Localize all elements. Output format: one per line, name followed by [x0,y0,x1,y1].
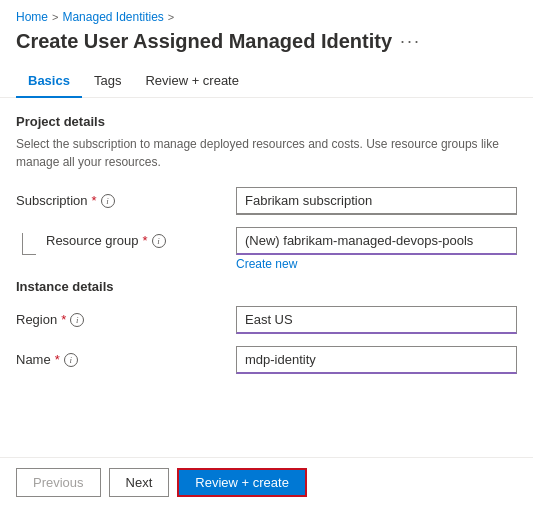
instance-details-section: Instance details [16,279,517,294]
rg-required: * [143,233,148,248]
resource-group-input[interactable] [236,227,517,255]
name-input[interactable] [236,346,517,374]
previous-button[interactable]: Previous [16,468,101,497]
subscription-row: Subscription * i [16,187,517,215]
name-input-wrap [236,346,517,374]
name-required: * [55,352,60,367]
region-input-wrap [236,306,517,334]
subscription-required: * [92,193,97,208]
create-new-link[interactable]: Create new [236,257,297,271]
rg-connector-line [22,233,36,255]
instance-details-title: Instance details [16,279,517,294]
rg-info-icon[interactable]: i [152,234,166,248]
breadcrumb-sep1: > [52,11,58,23]
main-content: Project details Select the subscription … [0,98,533,374]
breadcrumb-managed-identities[interactable]: Managed Identities [62,10,163,24]
project-details-title: Project details [16,114,517,129]
project-details-description: Select the subscription to manage deploy… [16,135,517,171]
next-button[interactable]: Next [109,468,170,497]
region-input[interactable] [236,306,517,334]
region-required: * [61,312,66,327]
rg-connector [16,227,46,255]
tab-tags[interactable]: Tags [82,65,133,98]
tabs-bar: Basics Tags Review + create [0,65,533,98]
resource-group-label: Resource group * i [46,227,266,248]
page-title-row: Create User Assigned Managed Identity ··… [0,28,533,65]
rg-label-wrap: Resource group * i [46,227,236,248]
subscription-label: Subscription * i [16,187,236,208]
region-row: Region * i [16,306,517,334]
name-row: Name * i [16,346,517,374]
tab-basics[interactable]: Basics [16,65,82,98]
review-create-button[interactable]: Review + create [177,468,307,497]
rg-input-wrap: Create new [236,227,517,271]
name-info-icon[interactable]: i [64,353,78,367]
page-title: Create User Assigned Managed Identity [16,30,392,53]
breadcrumb-sep2: > [168,11,174,23]
subscription-info-icon[interactable]: i [101,194,115,208]
name-label: Name * i [16,346,236,367]
subscription-input-wrap [236,187,517,215]
project-details-section: Project details Select the subscription … [16,114,517,171]
subscription-input[interactable] [236,187,517,215]
breadcrumb: Home > Managed Identities > [0,0,533,28]
resource-group-row: Resource group * i Create new [16,227,517,271]
region-info-icon[interactable]: i [70,313,84,327]
breadcrumb-home[interactable]: Home [16,10,48,24]
footer: Previous Next Review + create [0,457,533,507]
more-options-icon[interactable]: ··· [400,31,421,52]
tab-review-create[interactable]: Review + create [133,65,251,98]
region-label: Region * i [16,306,236,327]
